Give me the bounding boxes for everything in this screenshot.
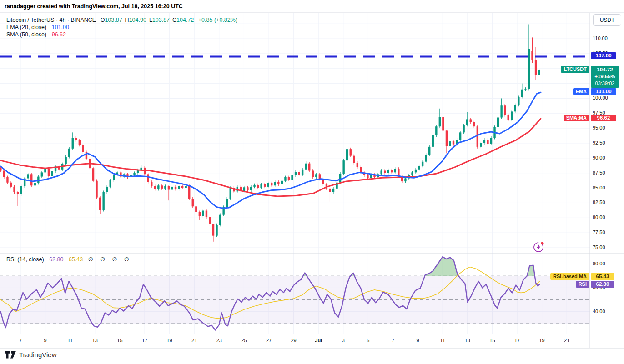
quick-trade-lightning-button[interactable] bbox=[533, 241, 544, 253]
rsi-tick: 40.00 bbox=[593, 309, 605, 314]
last-price-badge: 104.72+19.65%03:39:02 bbox=[591, 66, 619, 88]
time-tick: 23 bbox=[209, 338, 229, 343]
price-tick: 87.50 bbox=[593, 170, 605, 175]
price-tick: 75.00 bbox=[593, 244, 605, 250]
time-tick: 7 bbox=[10, 338, 30, 343]
time-tick: 25 bbox=[234, 338, 254, 343]
price-tick: 80.00 bbox=[593, 214, 605, 220]
price-tick: 82.50 bbox=[593, 199, 605, 205]
symbol-row[interactable]: Litecoin / TetherUS · 4h · BINANCE O103.… bbox=[6, 16, 237, 24]
lightning-icon bbox=[533, 241, 544, 253]
time-tick: 21 bbox=[557, 338, 577, 343]
resistance-price-badge: 107.00 bbox=[591, 52, 616, 59]
rsi-empty-slots: ∅ ∅ ∅ ∅ bbox=[88, 256, 132, 263]
ema-value: 101.00 bbox=[52, 24, 69, 30]
time-tick: 11 bbox=[60, 338, 80, 343]
ema-line-tag: EMA bbox=[573, 88, 589, 95]
rsi-label: RSI (14, close) bbox=[6, 256, 44, 263]
ema-legend-row[interactable]: EMA (20, close) 101.00 bbox=[6, 24, 237, 31]
price-tick: 90.00 bbox=[593, 155, 605, 160]
rsi-ma-value: 65.43 bbox=[69, 256, 83, 263]
time-tick: 11 bbox=[433, 338, 453, 343]
change-value: +0.85 (+0.82%) bbox=[198, 17, 237, 23]
price-tick: 110.00 bbox=[593, 35, 608, 41]
price-tick: 92.50 bbox=[593, 140, 605, 145]
sma-value: 96.62 bbox=[52, 31, 66, 38]
exchange-label: BINANCE bbox=[71, 17, 96, 23]
time-tick: 17 bbox=[135, 338, 155, 343]
rsi-tick: 80.00 bbox=[593, 261, 605, 266]
time-tick: 15 bbox=[482, 338, 502, 343]
tradingview-logo[interactable]: TradingView bbox=[5, 351, 57, 359]
main-legend[interactable]: Litecoin / TetherUS · 4h · BINANCE O103.… bbox=[6, 16, 237, 38]
time-tick: 21 bbox=[184, 338, 204, 343]
time-tick: 9 bbox=[35, 338, 55, 343]
rsi-value-badge: 62.80 bbox=[591, 281, 614, 288]
time-tick: 27 bbox=[259, 338, 279, 343]
price-chart-canvas[interactable] bbox=[0, 0, 624, 364]
time-tick: 19 bbox=[160, 338, 180, 343]
price-tick: 95.00 bbox=[593, 125, 605, 130]
price-tick: 100.00 bbox=[593, 95, 608, 100]
sma-line-tag: SMA:MA bbox=[564, 115, 589, 121]
rsi-value: 62.80 bbox=[49, 256, 63, 263]
sma-price-badge: 96.62 bbox=[591, 115, 616, 121]
rsi-ma-line-tag: RSI-based MA bbox=[550, 273, 589, 280]
price-tick: 77.50 bbox=[593, 229, 605, 235]
time-tick: 3 bbox=[333, 338, 353, 343]
rsi-legend-row[interactable]: RSI (14, close) 62.80 65.43 ∅ ∅ ∅ ∅ bbox=[6, 256, 132, 263]
time-tick: 29 bbox=[284, 338, 304, 343]
ema-label: EMA (20, close) bbox=[6, 24, 46, 30]
time-tick: 19 bbox=[532, 338, 552, 343]
time-tick: 7 bbox=[383, 338, 403, 343]
rsi-line-tag: RSI bbox=[576, 281, 589, 288]
tradingview-logo-text: TradingView bbox=[19, 351, 57, 359]
time-tick: Jul bbox=[308, 338, 328, 343]
ema-price-badge: 101.00 bbox=[591, 88, 616, 95]
symbol-title: Litecoin / TetherUS bbox=[6, 17, 54, 23]
time-tick: 9 bbox=[408, 338, 428, 343]
time-tick: 17 bbox=[507, 338, 527, 343]
symbol-price-tag: LTCUSDT bbox=[561, 66, 589, 73]
rsi-ma-value-badge: 65.43 bbox=[591, 273, 614, 280]
interval-label[interactable]: 4h bbox=[60, 17, 66, 23]
time-tick: 13 bbox=[85, 338, 105, 343]
time-tick: 5 bbox=[358, 338, 378, 343]
price-tick: 85.00 bbox=[593, 185, 605, 190]
ohlc-values: O103.87H104.90L103.87C104.72 bbox=[98, 17, 194, 23]
time-tick: 13 bbox=[458, 338, 478, 343]
time-tick: 15 bbox=[110, 338, 130, 343]
tradingview-logo-icon bbox=[5, 351, 16, 359]
sma-legend-row[interactable]: SMA (50, close) 96.62 bbox=[6, 31, 237, 38]
tradingview-chart-page: ranadagger created with TradingView.com,… bbox=[0, 0, 624, 364]
currency-unit-button[interactable]: USDT bbox=[593, 14, 621, 26]
sma-label: SMA (50, close) bbox=[6, 31, 46, 38]
